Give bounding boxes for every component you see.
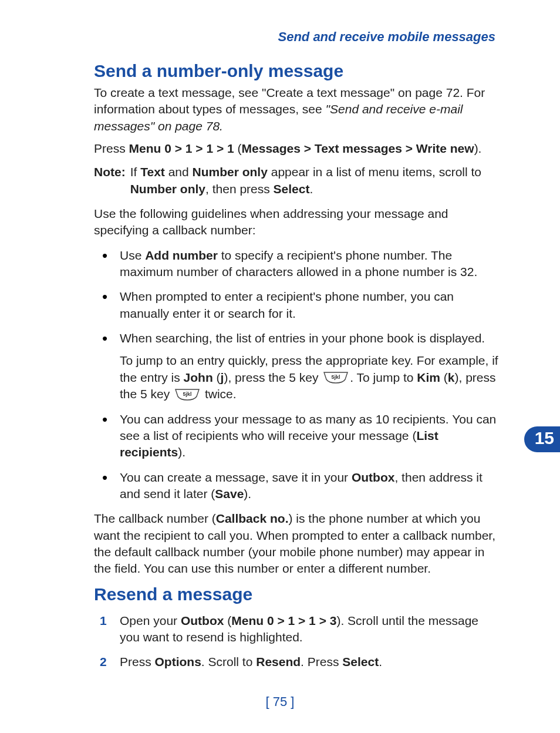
list-item: Use Add number to specify a recipient's … bbox=[117, 247, 501, 281]
list-item: When prompted to enter a recipient's pho… bbox=[117, 288, 501, 322]
running-header: Send and receive mobile messages bbox=[94, 29, 501, 45]
text: . Press bbox=[301, 655, 342, 668]
note-label: Note: bbox=[94, 164, 126, 197]
guidelines-intro: Use the following guidelines when addres… bbox=[94, 206, 501, 239]
menu-item: Text bbox=[140, 165, 165, 179]
softkey-label: Select bbox=[274, 182, 310, 196]
menu-item: Number only bbox=[130, 182, 205, 196]
example-name: John bbox=[184, 371, 213, 384]
section-heading-resend: Resend a message bbox=[94, 584, 501, 604]
text: You can address your message to as many … bbox=[120, 412, 496, 442]
callback-paragraph: The callback number (Callback no.) is th… bbox=[94, 510, 501, 577]
chapter-tab: 15 bbox=[524, 426, 560, 452]
text: . Scroll to bbox=[201, 655, 256, 668]
text: twice. bbox=[201, 387, 237, 401]
text: ( bbox=[224, 614, 231, 627]
text: ( bbox=[234, 142, 242, 155]
text: ). bbox=[244, 487, 251, 500]
command-name: Save bbox=[215, 487, 244, 500]
press-instruction: Press Menu 0 > 1 > 1 > 1 (Messages > Tex… bbox=[94, 140, 501, 157]
phone-key-5-icon bbox=[323, 371, 349, 384]
text: . To jump to bbox=[350, 371, 417, 384]
note-body: If Text and Number only appear in a list… bbox=[130, 164, 501, 197]
note-block: Note: If Text and Number only appear in … bbox=[94, 164, 501, 197]
step-item: Press Options. Scroll to Resend. Press S… bbox=[117, 654, 501, 670]
example-letter: k bbox=[448, 371, 455, 384]
example-name: Kim bbox=[417, 371, 440, 384]
list-item: You can address your message to as many … bbox=[117, 411, 501, 461]
text: ( bbox=[440, 371, 448, 384]
resend-steps: Open your Outbox (Menu 0 > 1 > 1 > 3). S… bbox=[94, 613, 501, 671]
menu-path-labels: Messages > Text messages > Write new bbox=[242, 142, 474, 155]
text: Use bbox=[120, 248, 145, 262]
softkey-label: Select bbox=[342, 655, 379, 668]
folder-name: Outbox bbox=[181, 614, 224, 627]
text: Press bbox=[120, 655, 155, 668]
text: , then press bbox=[205, 182, 274, 196]
page-number: [ 75 ] bbox=[0, 694, 560, 710]
text: Press bbox=[94, 142, 129, 155]
text: . bbox=[309, 182, 313, 196]
text: and bbox=[165, 165, 193, 179]
list-item-subparagraph: To jump to an entry quickly, press the a… bbox=[120, 352, 501, 402]
text: . bbox=[379, 655, 382, 668]
text: ). bbox=[474, 142, 482, 155]
list-item: When searching, the list of entries in y… bbox=[117, 330, 501, 402]
command-name: Add number bbox=[145, 248, 218, 262]
text: When searching, the list of entries in y… bbox=[120, 331, 485, 345]
text: Open your bbox=[120, 614, 181, 627]
field-name: Callback no. bbox=[216, 512, 289, 525]
menu-item: Number only bbox=[193, 165, 268, 179]
text: ). bbox=[178, 445, 185, 459]
text: ( bbox=[213, 371, 221, 384]
list-item: You can create a message, save it in you… bbox=[117, 469, 501, 503]
text: The callback number ( bbox=[94, 512, 216, 525]
menu-item: Resend bbox=[256, 655, 301, 668]
step-item: Open your Outbox (Menu 0 > 1 > 1 > 3). S… bbox=[117, 613, 501, 646]
text: appear in a list of menu items, scroll t… bbox=[268, 165, 481, 179]
text: If bbox=[130, 165, 141, 179]
folder-name: Outbox bbox=[352, 470, 395, 484]
text: ), press the 5 key bbox=[224, 371, 322, 384]
menu-path: Menu 0 > 1 > 1 > 1 bbox=[129, 142, 234, 155]
intro-paragraph: To create a text message, see "Create a … bbox=[94, 85, 501, 135]
section-heading-send-number-only: Send a number-only message bbox=[94, 61, 501, 81]
text: You can create a message, save it in you… bbox=[120, 470, 352, 484]
menu-path: Menu 0 > 1 > 1 > 3 bbox=[231, 614, 336, 627]
guidelines-list: Use Add number to specify a recipient's … bbox=[94, 247, 501, 502]
softkey-label: Options bbox=[155, 655, 201, 668]
phone-key-5-icon bbox=[174, 388, 200, 401]
